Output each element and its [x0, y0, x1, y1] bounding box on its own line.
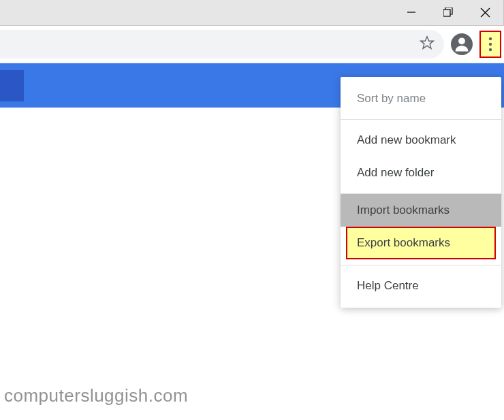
minimize-button[interactable]: [393, 0, 430, 25]
maximize-button[interactable]: [430, 0, 467, 25]
menu-item-sort-by-name[interactable]: Sort by name: [341, 82, 501, 115]
kebab-menu-button[interactable]: [479, 31, 501, 58]
window-titlebar: [0, 0, 504, 26]
profile-avatar-icon[interactable]: [451, 33, 473, 55]
close-button[interactable]: [467, 0, 503, 25]
menu-item-add-new-bookmark[interactable]: Add new bookmark: [341, 124, 501, 157]
svg-marker-4: [421, 37, 433, 48]
menu-item-add-new-folder[interactable]: Add new folder: [341, 157, 501, 189]
svg-point-8: [489, 48, 492, 51]
menu-item-import-bookmarks[interactable]: Import bookmarks: [341, 194, 501, 227]
svg-rect-1: [443, 10, 450, 16]
svg-point-5: [458, 37, 465, 44]
address-bar[interactable]: [0, 30, 444, 59]
menu-item-help-centre[interactable]: Help Centre: [341, 270, 501, 302]
svg-point-6: [489, 37, 492, 40]
window-controls: [393, 0, 503, 25]
watermark: computersluggish.com: [4, 385, 188, 406]
svg-point-7: [489, 43, 492, 46]
bookmarks-dropdown-menu: Sort by name Add new bookmark Add new fo…: [341, 77, 501, 308]
bookmarks-selected-block: [0, 70, 24, 101]
menu-item-export-bookmarks[interactable]: Export bookmarks: [346, 227, 496, 259]
bookmark-star-icon[interactable]: [420, 35, 435, 53]
browser-toolbar: [0, 26, 504, 63]
